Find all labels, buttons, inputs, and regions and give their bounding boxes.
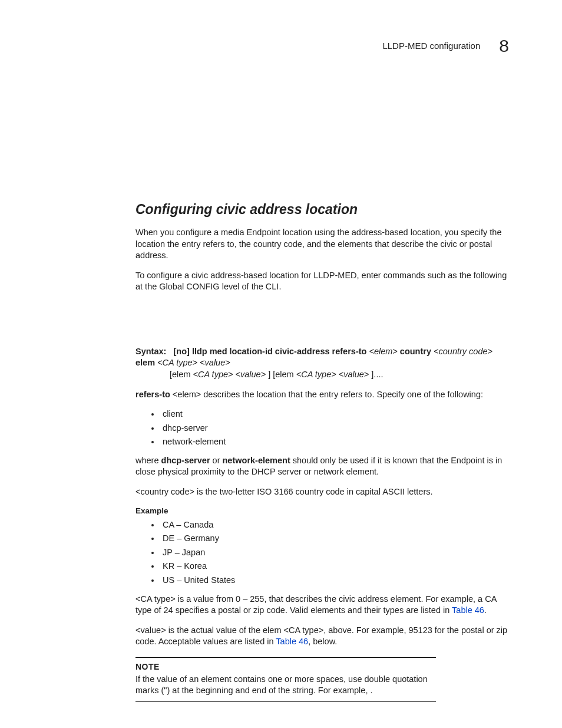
section-heading: Configuring civic address location <box>135 200 509 219</box>
syntax-plain-3: ].... <box>371 370 383 379</box>
content-area: Configuring civic address location When … <box>135 200 509 702</box>
list-item: dhcp-server <box>160 423 509 434</box>
table-link-2[interactable]: Table 46 <box>276 637 308 646</box>
paragraph-intro-2: To configure a civic address-based locat… <box>135 270 509 293</box>
note-text: If the value of an element contains one … <box>135 674 436 697</box>
list-item: client <box>160 409 509 420</box>
syntax-bold-3: elem <box>135 358 155 367</box>
syntax-block: Syntax: [no] lldp med location-id civic-… <box>135 346 509 381</box>
syntax-italic-4: <CA type> <value> <box>193 370 266 379</box>
syntax-italic-3: <CA type> <value> <box>157 358 230 367</box>
where-bold-2: network-element <box>223 456 290 465</box>
list-item: JP – Japan <box>160 547 509 559</box>
list-item: DE – Germany <box>160 533 509 545</box>
where-bold-1: dhcp-server <box>161 456 210 465</box>
syntax-line2: [elem <CA type> <value> ] [elem <CA type… <box>170 369 509 381</box>
refers-to-label: refers-to <box>135 390 170 399</box>
syntax-italic-5: <CA type> <value> <box>296 370 369 379</box>
syntax-plain-2: ] [elem <box>268 370 294 379</box>
syntax-bold-1: [no] lldp med location-id civic-address … <box>173 347 366 356</box>
syntax-line1: Syntax: [no] lldp med location-id civic-… <box>135 346 509 369</box>
syntax-italic-2: <country code> <box>434 347 492 356</box>
running-header: LLDP-MED configuration 8 <box>382 34 509 58</box>
note-block: NOTE If the value of an element contains… <box>135 657 436 702</box>
syntax-bold-2: country <box>400 347 431 356</box>
note-label: NOTE <box>135 661 436 673</box>
syntax-plain-1: [elem <box>170 370 190 379</box>
list-item: KR – Korea <box>160 561 509 572</box>
ca-type-text-b: . <box>484 605 487 615</box>
where-text-a: where <box>135 456 161 465</box>
refers-to-text: <elem> describes the location that the e… <box>170 390 483 399</box>
paragraph-intro-1: When you configure a media Endpoint loca… <box>135 227 509 262</box>
syntax-label: Syntax: <box>135 347 166 356</box>
country-code-paragraph: <country code> is the two-letter ISO 316… <box>135 486 509 498</box>
syntax-italic-1: <elem> <box>369 347 397 356</box>
ca-type-text-a: <CA type> is a value from 0 – 255, that … <box>135 594 497 615</box>
value-paragraph: <value> is the actual value of the elem … <box>135 625 509 648</box>
value-text-b: , below. <box>308 637 337 646</box>
where-mid: or <box>210 456 223 465</box>
table-link-1[interactable]: Table 46 <box>452 605 484 615</box>
refers-to-paragraph: refers-to <elem> describes the location … <box>135 389 509 401</box>
page-container: LLDP-MED configuration 8 Configuring civ… <box>0 0 562 728</box>
refers-to-list: client dhcp-server network-element <box>135 409 509 448</box>
example-list: CA – Canada DE – Germany JP – Japan KR –… <box>135 519 509 587</box>
chapter-number: 8 <box>499 34 509 58</box>
ca-type-paragraph: <CA type> is a value from 0 – 255, that … <box>135 594 509 617</box>
example-label: Example <box>135 506 509 516</box>
list-item: CA – Canada <box>160 519 509 531</box>
list-item: US – United States <box>160 575 509 587</box>
list-item: network-element <box>160 436 509 448</box>
where-paragraph: where dhcp-server or network-element sho… <box>135 455 509 478</box>
running-title: LLDP-MED configuration <box>382 40 480 52</box>
